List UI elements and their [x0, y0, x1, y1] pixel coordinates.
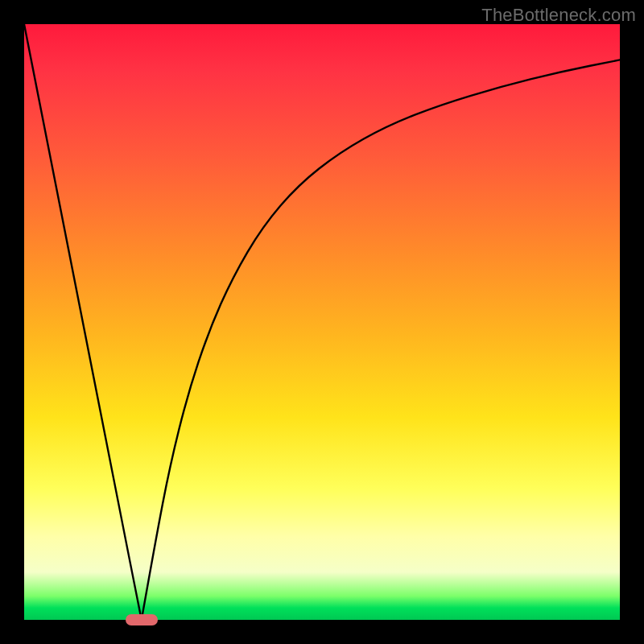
bottleneck-curve [24, 24, 620, 620]
curve-left-branch [24, 24, 142, 620]
attribution-watermark: TheBottleneck.com [481, 5, 636, 26]
chart-frame: TheBottleneck.com [0, 0, 644, 644]
curve-right-branch [142, 60, 620, 620]
minimum-marker [126, 614, 158, 625]
plot-area [24, 24, 620, 620]
